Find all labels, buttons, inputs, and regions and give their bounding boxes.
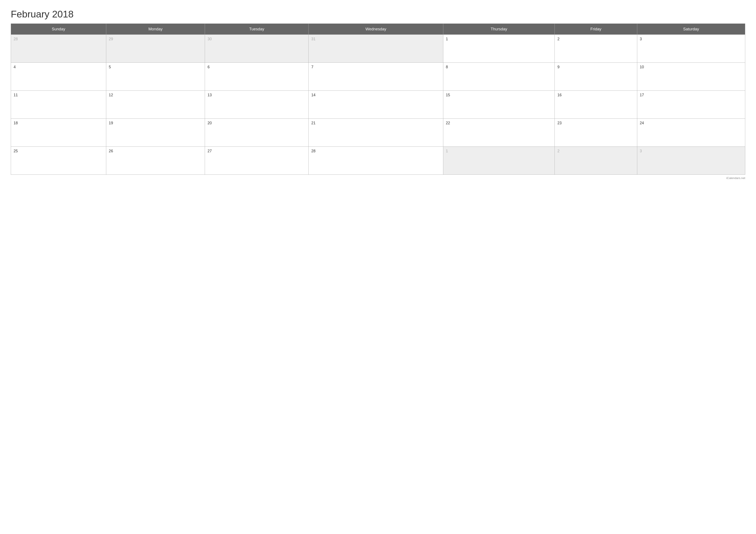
calendar-cell[interactable]: 4 xyxy=(11,63,106,91)
calendar-cell[interactable]: 30 xyxy=(205,35,309,63)
calendar-cell[interactable]: 17 xyxy=(637,91,745,119)
calendar-cell[interactable]: 10 xyxy=(637,63,745,91)
week-row-4: 18192021222324 xyxy=(11,119,745,147)
calendar-cell[interactable]: 24 xyxy=(637,119,745,147)
calendar-cell[interactable]: 25 xyxy=(11,147,106,175)
header-tuesday: Tuesday xyxy=(205,24,309,35)
header-wednesday: Wednesday xyxy=(309,24,443,35)
header-saturday: Saturday xyxy=(637,24,745,35)
calendar-cell[interactable]: 18 xyxy=(11,119,106,147)
calendar-cell[interactable]: 11 xyxy=(11,91,106,119)
calendar-cell[interactable]: 3 xyxy=(637,35,745,63)
footer-credit: iCalendars.net xyxy=(11,176,745,180)
calendar-cell[interactable]: 20 xyxy=(205,119,309,147)
calendar-cell[interactable]: 28 xyxy=(309,147,443,175)
calendar-cell[interactable]: 31 xyxy=(309,35,443,63)
calendar-cell[interactable]: 8 xyxy=(443,63,555,91)
calendar-cell[interactable]: 2 xyxy=(555,35,637,63)
calendar-cell[interactable]: 19 xyxy=(106,119,205,147)
calendar-cell[interactable]: 6 xyxy=(205,63,309,91)
calendar-cell[interactable]: 29 xyxy=(106,35,205,63)
calendar-cell[interactable]: 2 xyxy=(555,147,637,175)
calendar-cell[interactable]: 1 xyxy=(443,35,555,63)
calendar-cell[interactable]: 14 xyxy=(309,91,443,119)
calendar-cell[interactable]: 9 xyxy=(555,63,637,91)
calendar-cell[interactable]: 22 xyxy=(443,119,555,147)
calendar-cell[interactable]: 13 xyxy=(205,91,309,119)
header-sunday: Sunday xyxy=(11,24,106,35)
calendar-cell[interactable]: 3 xyxy=(637,147,745,175)
calendar-cell[interactable]: 26 xyxy=(106,147,205,175)
calendar-cell[interactable]: 21 xyxy=(309,119,443,147)
calendar-table: SundayMondayTuesdayWednesdayThursdayFrid… xyxy=(11,23,745,175)
calendar-cell[interactable]: 1 xyxy=(443,147,555,175)
header-thursday: Thursday xyxy=(443,24,555,35)
calendar-cell[interactable]: 27 xyxy=(205,147,309,175)
calendar-body: 2829303112345678910111213141516171819202… xyxy=(11,35,745,175)
calendar-cell[interactable]: 28 xyxy=(11,35,106,63)
calendar-cell[interactable]: 7 xyxy=(309,63,443,91)
header-monday: Monday xyxy=(106,24,205,35)
calendar-cell[interactable]: 16 xyxy=(555,91,637,119)
week-row-1: 28293031123 xyxy=(11,35,745,63)
calendar-cell[interactable]: 12 xyxy=(106,91,205,119)
week-row-5: 25262728123 xyxy=(11,147,745,175)
header-friday: Friday xyxy=(555,24,637,35)
week-row-2: 45678910 xyxy=(11,63,745,91)
calendar-cell[interactable]: 15 xyxy=(443,91,555,119)
calendar-cell[interactable]: 5 xyxy=(106,63,205,91)
header-row: SundayMondayTuesdayWednesdayThursdayFrid… xyxy=(11,24,745,35)
week-row-3: 11121314151617 xyxy=(11,91,745,119)
calendar-cell[interactable]: 23 xyxy=(555,119,637,147)
page-title: February 2018 xyxy=(11,9,745,20)
